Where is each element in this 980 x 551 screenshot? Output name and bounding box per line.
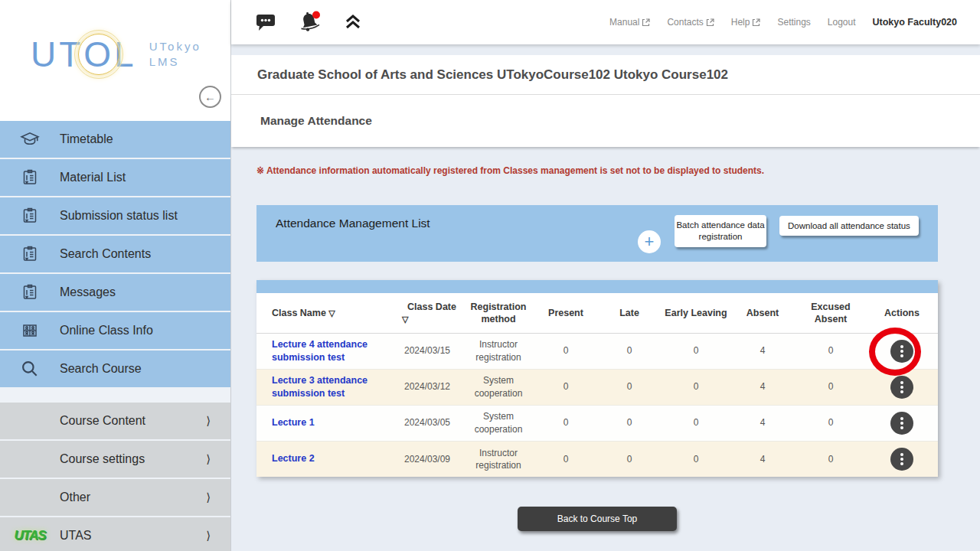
class-name-link[interactable]: Lecture 1	[272, 417, 315, 428]
course-title-bar: Graduate School of Arts and Sciences UTo…	[231, 55, 980, 95]
chevron-right-icon: ⟩	[206, 414, 211, 428]
sort-icon: ▽	[328, 308, 335, 318]
absent-cell: 4	[730, 405, 795, 441]
help-link[interactable]: Help	[731, 17, 761, 28]
column-header-class-date[interactable]: Class Date ▽	[393, 293, 462, 333]
row-actions-button[interactable]	[890, 412, 913, 435]
notification-bell-icon[interactable]	[297, 10, 323, 34]
present-cell: 0	[535, 369, 596, 405]
table-row: Lecture 1 2024/03/05 System cooperation …	[256, 405, 938, 441]
logo-area: UTOL UTokyo LMS ←	[0, 0, 230, 121]
late-cell: 0	[596, 333, 662, 369]
utas-logo-icon: UTAS	[0, 528, 60, 543]
chat-icon[interactable]	[254, 12, 277, 32]
class-date-cell: 2024/03/05	[393, 405, 462, 441]
clipboard-icon	[0, 207, 60, 225]
excused-absent-cell: 0	[795, 441, 866, 477]
batch-attendance-registration-button[interactable]: Batch attendance data registration	[675, 215, 766, 247]
contacts-link[interactable]: Contacts	[667, 17, 714, 28]
topbar: Manual Contacts Help Settings Logout Uto…	[231, 0, 980, 44]
sidebar-secondary-menu: Course Content ⟩ Course settings ⟩ Other…	[0, 403, 230, 551]
sort-icon: ▽	[402, 314, 462, 324]
class-name-link[interactable]: Lecture 3 attendance submission test	[272, 375, 368, 399]
utol-logo: UTOL UTokyo LMS	[0, 0, 230, 72]
registration-method-cell: System cooperation	[462, 369, 535, 405]
sidebar-item-submission-status-list[interactable]: Submission status list	[0, 197, 230, 234]
back-to-course-top-button[interactable]: Back to Course Top	[518, 507, 678, 531]
sidebar: UTOL UTokyo LMS ← Timetable	[0, 0, 231, 551]
excused-absent-cell: 0	[795, 333, 866, 369]
sidebar-item-label: Search Course	[60, 362, 142, 376]
sidebar-item-search-course[interactable]: Search Course	[0, 350, 230, 387]
sidebar-item-label: Course Content	[0, 414, 145, 428]
plus-icon: +	[645, 232, 655, 251]
class-name-link[interactable]: Lecture 4 attendance submission test	[272, 339, 368, 363]
excused-absent-cell: 0	[795, 369, 866, 405]
utol-logo-subtitle: UTokyo LMS	[149, 39, 201, 70]
sidebar-item-label: Online Class Info	[60, 324, 153, 337]
sidebar-item-search-contents[interactable]: Search Contents	[0, 236, 230, 272]
arrow-left-icon: ←	[204, 90, 216, 103]
class-name-link[interactable]: Lecture 2	[272, 453, 315, 464]
absent-cell: 4	[730, 333, 795, 369]
people-grid-icon	[0, 321, 60, 340]
row-actions-button[interactable]	[890, 340, 913, 363]
class-date-cell: 2024/03/15	[393, 333, 462, 369]
table-row: Lecture 2 2024/03/09 Instructor registra…	[256, 441, 938, 477]
ellipsis-vertical-icon	[900, 386, 903, 389]
utol-logo-text: UTOL	[31, 37, 137, 72]
external-link-icon	[642, 18, 650, 27]
chevron-right-icon: ⟩	[206, 452, 211, 466]
chevron-right-icon: ⟩	[206, 529, 211, 543]
sidebar-item-course-content[interactable]: Course Content ⟩	[0, 403, 230, 439]
sidebar-item-label: Other	[0, 491, 90, 504]
download-all-attendance-button[interactable]: Download all attendance status	[779, 216, 919, 236]
clipboard-icon	[0, 245, 60, 263]
column-header-absent: Absent	[730, 293, 795, 333]
sidebar-item-label: Submission status list	[60, 209, 178, 223]
column-header-actions: Actions	[866, 293, 938, 333]
main-area: Manual Contacts Help Settings Logout Uto…	[231, 0, 980, 551]
settings-link[interactable]: Settings	[777, 17, 810, 28]
registration-method-cell: Instructor registration	[462, 333, 535, 369]
sidebar-item-label: Timetable	[60, 132, 113, 146]
late-cell: 0	[596, 405, 662, 441]
sidebar-item-messages[interactable]: Messages	[0, 274, 230, 311]
logout-link[interactable]: Logout	[828, 17, 856, 28]
ellipsis-vertical-icon	[900, 458, 903, 461]
excused-absent-cell: 0	[795, 405, 866, 441]
sidebar-item-timetable[interactable]: Timetable	[0, 121, 230, 158]
present-cell: 0	[535, 333, 596, 369]
sidebar-item-label: Course settings	[0, 452, 145, 466]
sidebar-collapse-button[interactable]: ←	[199, 86, 221, 108]
column-header-present: Present	[535, 293, 596, 333]
column-header-late: Late	[596, 293, 662, 333]
manual-link[interactable]: Manual	[609, 17, 650, 28]
absent-cell: 4	[730, 369, 795, 405]
attendance-table: Class Name ▽ Class Date ▽ Registration m…	[256, 293, 938, 477]
clipboard-icon	[0, 168, 60, 187]
panel-title: Attendance Management List	[276, 217, 430, 230]
chevron-right-icon: ⟩	[206, 491, 211, 504]
early-leaving-cell: 0	[662, 333, 730, 369]
present-cell: 0	[535, 441, 596, 477]
sidebar-item-course-settings[interactable]: Course settings ⟩	[0, 441, 230, 478]
footer-actions: Back to Course Top	[256, 507, 938, 531]
ellipsis-vertical-icon	[900, 350, 903, 353]
sidebar-item-utas[interactable]: UTAS UTAS ⟩	[0, 517, 230, 551]
add-attendance-button[interactable]: +	[638, 230, 661, 253]
collapse-topbar-icon[interactable]	[343, 13, 363, 31]
app-root: UTOL UTokyo LMS ← Timetable	[0, 0, 980, 551]
row-actions-button[interactable]	[890, 448, 913, 471]
clipboard-icon	[0, 283, 60, 302]
sidebar-primary-menu: Timetable Material List Submission statu…	[0, 121, 230, 387]
sidebar-item-material-list[interactable]: Material List	[0, 159, 230, 196]
ellipsis-vertical-icon	[900, 422, 903, 425]
logo-o-rings: O	[83, 37, 114, 72]
row-actions-button[interactable]	[890, 376, 913, 399]
sidebar-item-other[interactable]: Other ⟩	[0, 479, 230, 516]
class-date-cell: 2024/03/12	[393, 369, 462, 405]
column-header-class-name[interactable]: Class Name ▽	[256, 293, 393, 333]
sidebar-item-online-class-info[interactable]: Online Class Info	[0, 312, 230, 349]
content-area: ※ Attendance information automatically r…	[231, 147, 980, 531]
